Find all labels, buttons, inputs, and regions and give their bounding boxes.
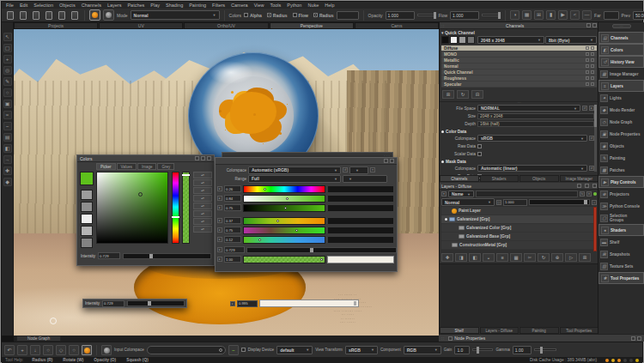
drag-handle-icon[interactable]: ∷: [441, 23, 445, 28]
palette-item[interactable]: ▩Patches: [598, 164, 644, 176]
history-icon[interactable]: ↻: [580, 191, 585, 197]
saturation-value-picker[interactable]: [96, 172, 168, 244]
menu-item[interactable]: Patches: [127, 3, 144, 8]
viewport-tab[interactable]: UV: [99, 22, 183, 29]
far-field[interactable]: [604, 11, 619, 20]
expand-icon[interactable]: ▸: [217, 218, 222, 223]
cache-cell[interactable]: [586, 46, 589, 50]
lock-cell[interactable]: [591, 70, 594, 74]
range-select[interactable]: Full▼: [248, 175, 341, 183]
lock-icon[interactable]: ◻: [496, 200, 501, 205]
toolbar-icon[interactable]: <: [570, 10, 580, 20]
alpha-strip[interactable]: [182, 172, 190, 244]
tool-button[interactable]: ○: [3, 88, 12, 97]
splitter-handle[interactable]: ···: [440, 101, 598, 104]
option-checkbox[interactable]: Flow: [293, 13, 308, 18]
nav-tool-button[interactable]: ○: [69, 345, 79, 355]
spinner-button[interactable]: ▴▾: [193, 195, 212, 202]
drag-handle-icon[interactable]: ∷: [441, 336, 445, 341]
add-channel-button[interactable]: ⊞: [442, 90, 454, 99]
tool-button[interactable]: ✎: [3, 77, 12, 86]
channel-row[interactable]: Quick Channel: [441, 70, 597, 76]
palette-item[interactable]: ◉Objects: [598, 140, 644, 152]
red-value[interactable]: 0.37: [224, 217, 241, 224]
viewport-tab[interactable]: Projects: [14, 22, 98, 29]
dialog-intensity-field[interactable]: 0.729: [224, 246, 245, 253]
minimize-icon[interactable]: [384, 159, 388, 163]
lock-cell[interactable]: [591, 46, 594, 50]
alpha-slider[interactable]: [243, 256, 325, 263]
channel-row[interactable]: Roughness: [441, 76, 597, 82]
palette-handle[interactable]: ···: [612, 24, 631, 28]
palette-item[interactable]: ✎Painting: [598, 152, 644, 164]
gray-swatch[interactable]: [467, 36, 475, 44]
input-colorspace-search[interactable]: [147, 346, 226, 354]
hue-slider[interactable]: [243, 185, 325, 193]
import-icon[interactable]: [46, 11, 52, 20]
green-slider[interactable]: [243, 227, 325, 234]
black-swatch[interactable]: [441, 36, 449, 44]
blue-value[interactable]: 0.12: [224, 236, 241, 243]
menu-item[interactable]: Layers: [107, 3, 122, 8]
color-data-section[interactable]: Color Data: [441, 128, 594, 135]
tool-button[interactable]: ~: [3, 122, 12, 130]
current-color-swatch[interactable]: [80, 172, 94, 185]
cache-cell[interactable]: [586, 70, 589, 74]
sphere-preview-button[interactable]: [101, 345, 112, 355]
menu-item[interactable]: Filters: [212, 3, 225, 8]
refresh-icon[interactable]: [577, 184, 581, 188]
remove-channel-button[interactable]: ⊟: [471, 90, 483, 99]
palette-item[interactable]: ▤Channels: [598, 32, 644, 44]
panel-tab[interactable]: Image Manager: [560, 175, 599, 182]
filter-type-select[interactable]: Name▼: [448, 191, 474, 197]
menu-item[interactable]: Selection: [33, 3, 53, 8]
channels-panel-header[interactable]: ∷ Channels: [440, 22, 598, 29]
component-select[interactable]: RGB▼: [404, 346, 441, 354]
save-project-icon[interactable]: [33, 11, 39, 20]
panel-tab[interactable]: Painting: [519, 327, 559, 334]
expand-icon[interactable]: ▸: [217, 247, 222, 252]
panel-tab[interactable]: Tool Properties: [560, 327, 599, 334]
dialog-intensity-slider[interactable]: [246, 247, 397, 253]
menu-item[interactable]: File: [6, 3, 14, 8]
close-icon[interactable]: [207, 156, 211, 160]
gain-field[interactable]: 1.0: [454, 346, 470, 354]
hue-strip[interactable]: [172, 172, 179, 244]
add-layer-button[interactable]: +: [592, 200, 597, 205]
colors-tab[interactable]: Grey: [157, 163, 174, 170]
minimize-icon[interactable]: [195, 156, 199, 160]
lock-cell[interactable]: [591, 76, 594, 80]
white-slider[interactable]: [259, 299, 359, 307]
menu-item[interactable]: Shading: [166, 3, 183, 8]
spinner-button[interactable]: ▴▾: [193, 179, 212, 186]
node-properties-bar[interactable]: ∷ Node Properties: [439, 334, 644, 342]
palette-item[interactable]: ↺History View: [598, 56, 644, 68]
tool-button[interactable]: ◎: [3, 66, 12, 75]
intensity-slider[interactable]: [123, 253, 211, 259]
gamma-slider[interactable]: [534, 348, 556, 351]
tool-button[interactable]: ▤: [3, 133, 12, 142]
archive-icon[interactable]: [71, 11, 78, 20]
menu-item[interactable]: Nuke: [307, 3, 319, 8]
colormap-dialog-titlebar[interactable]: [216, 158, 397, 165]
blue-slider[interactable]: [243, 236, 325, 244]
palette-item[interactable]: ◆Modo Render: [598, 104, 644, 116]
nav-tool-button[interactable]: ◇: [56, 345, 66, 355]
intensity-field[interactable]: 0.729: [98, 252, 120, 259]
layer-action-button[interactable]: ◧: [469, 253, 481, 262]
viewport-tab[interactable]: Cams: [355, 22, 439, 29]
menu-item[interactable]: Play: [150, 3, 160, 8]
close-icon[interactable]: [592, 184, 597, 188]
layer-search-input[interactable]: [476, 191, 578, 197]
layer-action-button[interactable]: ▦: [510, 253, 522, 262]
palette-item[interactable]: ▶Play Controls: [598, 176, 644, 188]
panel-tab[interactable]: Shelf: [440, 327, 479, 334]
toolbar-icon[interactable]: ▮: [546, 10, 556, 20]
layer-row[interactable]: Paint Layer: [441, 207, 597, 215]
layer-action-button[interactable]: ≡: [496, 253, 508, 262]
paint-tool-button[interactable]: [82, 345, 92, 355]
close-icon[interactable]: [390, 159, 394, 163]
palette-item[interactable]: ▨Texture Sets: [598, 260, 644, 272]
node-graph-tab[interactable]: Node Graph: [16, 336, 61, 342]
raw-data-checkbox[interactable]: [477, 144, 482, 148]
